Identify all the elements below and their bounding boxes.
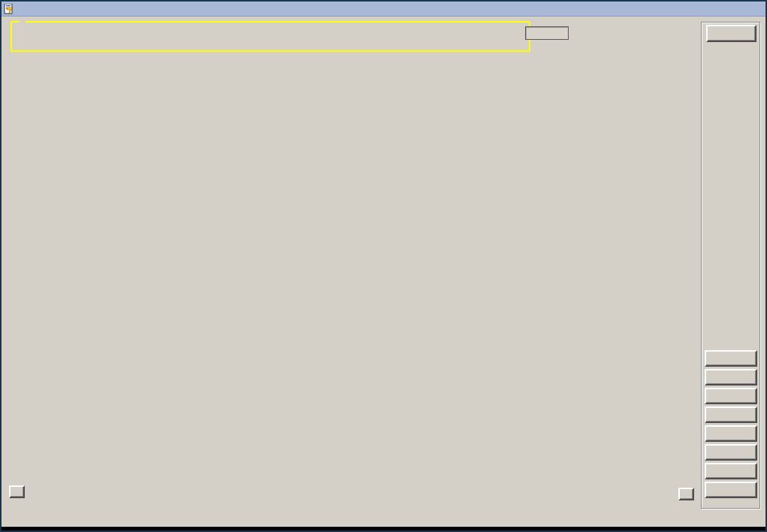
merge-button[interactable] [705,388,757,404]
close-button[interactable] [705,482,757,498]
app-icon [4,4,14,14]
search-button[interactable] [706,25,756,42]
info-block [520,24,705,40]
lock-button[interactable] [705,369,757,385]
display-fieldset [11,21,530,52]
title-bar [2,2,765,17]
change-button[interactable] [705,463,757,479]
move-button[interactable] [705,444,757,461]
app-window [0,0,767,532]
linen-change-total-field[interactable] [525,26,569,40]
resv-button[interactable] [705,407,757,423]
goto-button[interactable] [705,350,757,367]
legend-items [12,23,529,23]
side-button-stack [705,350,757,498]
next-page-button[interactable] [678,488,694,500]
schedule-button[interactable] [705,425,757,442]
prev-page-button[interactable] [9,485,25,498]
